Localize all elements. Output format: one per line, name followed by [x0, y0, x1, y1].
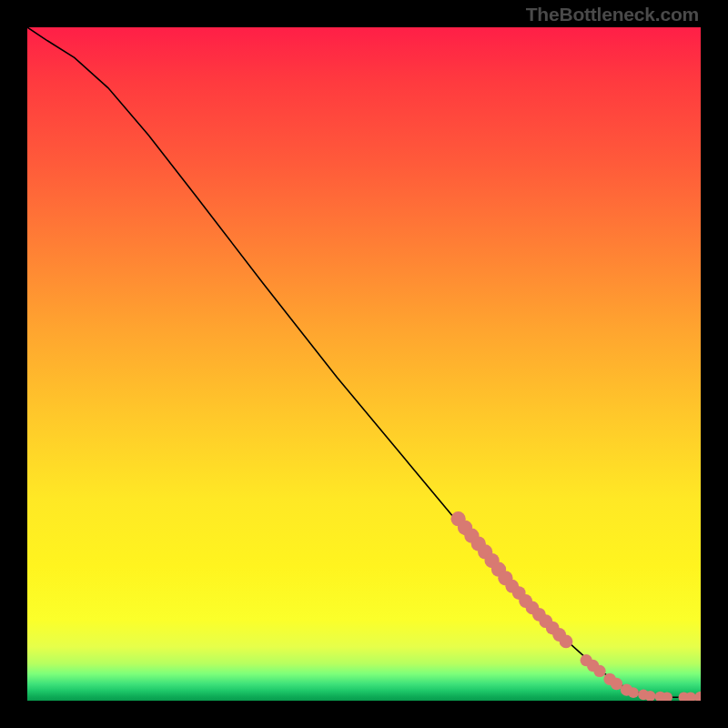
- marker-dot: [593, 665, 605, 677]
- marker-dot: [546, 622, 560, 635]
- marker-dot: [484, 553, 499, 568]
- marker-dot: [519, 594, 532, 608]
- marker-dot: [505, 580, 519, 593]
- marker-dot: [532, 608, 546, 622]
- marker-dot: [628, 687, 639, 698]
- marker-dot: [694, 692, 701, 701]
- chart-svg: [27, 27, 701, 701]
- marker-dot: [478, 544, 492, 559]
- marker-dot: [464, 529, 479, 543]
- marker-group: [450, 511, 701, 701]
- marker-dot: [587, 660, 599, 672]
- marker-dot: [621, 684, 632, 696]
- marker-dot: [581, 654, 592, 666]
- marker-dot: [685, 692, 696, 701]
- marker-dot: [662, 692, 672, 701]
- chart-stage: TheBottleneck.com: [0, 0, 728, 728]
- marker-dot: [603, 673, 615, 685]
- marker-dot: [638, 689, 649, 700]
- marker-dot: [560, 634, 573, 648]
- marker-dot: [552, 628, 566, 642]
- curve-line: [27, 27, 701, 697]
- marker-dot: [498, 571, 512, 585]
- marker-dot: [512, 586, 526, 600]
- marker-dot: [491, 562, 506, 577]
- watermark-text: TheBottleneck.com: [526, 4, 699, 25]
- plot-area: [27, 27, 701, 701]
- marker-dot: [611, 678, 622, 690]
- marker-dot: [645, 691, 656, 701]
- marker-dot: [539, 614, 552, 628]
- marker-dot: [471, 536, 486, 551]
- marker-dot: [526, 601, 540, 614]
- marker-dot: [458, 521, 472, 535]
- marker-dot: [679, 692, 690, 701]
- marker-dot: [450, 511, 465, 526]
- marker-dot: [655, 692, 666, 701]
